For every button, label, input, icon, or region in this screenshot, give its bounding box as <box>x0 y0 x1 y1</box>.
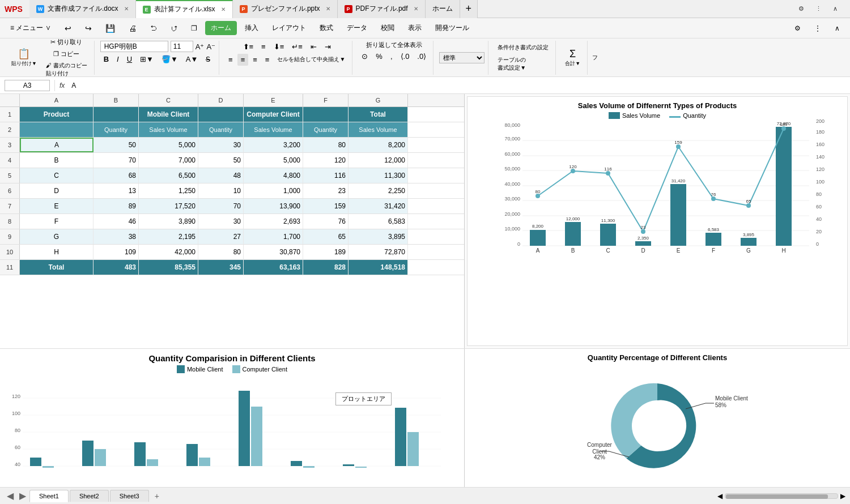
cell-f7[interactable]: 159 <box>303 199 348 213</box>
cell-e3[interactable]: 3,200 <box>244 138 303 152</box>
font-size-input[interactable] <box>171 41 193 52</box>
col-header-e[interactable]: E <box>244 94 303 106</box>
cell-b11[interactable]: 483 <box>94 260 139 275</box>
cell-a11[interactable]: Total <box>20 260 94 275</box>
col-header-f[interactable]: F <box>303 94 348 106</box>
collapse-btn[interactable]: ∧ <box>829 22 845 35</box>
align-justify-btn[interactable]: ≡ <box>262 54 273 66</box>
sheet-tab-1[interactable]: Sheet1 <box>29 490 69 502</box>
scroll-right-btn[interactable]: ▶ <box>17 490 28 501</box>
font-name-input[interactable] <box>100 41 168 52</box>
cell-a2[interactable] <box>20 122 94 137</box>
align-top-btn[interactable]: ⬆≡ <box>240 41 257 53</box>
menu-insert[interactable]: 挿入 <box>239 21 264 35</box>
percent-btn[interactable]: % <box>372 50 386 62</box>
cell-d7[interactable]: 70 <box>198 199 244 213</box>
wrap-text-btn[interactable]: ↵≡ <box>288 41 306 53</box>
number-format-btn[interactable]: ⊙ <box>358 50 371 62</box>
sheet-tab-3[interactable]: Sheet3 <box>110 490 149 502</box>
tab-ppt-close[interactable]: ✕ <box>326 6 330 12</box>
increase-decimal-btn[interactable]: ⟨.0 <box>397 50 413 62</box>
cell-c3[interactable]: 5,000 <box>139 138 198 152</box>
underline-btn[interactable]: U <box>124 53 135 65</box>
cell-g1[interactable]: Total <box>348 107 408 122</box>
settings-icon[interactable]: ⚙ <box>795 4 808 14</box>
comma-btn[interactable]: , <box>387 50 396 62</box>
cell-c8[interactable]: 3,890 <box>139 214 198 229</box>
menu-formula[interactable]: 数式 <box>314 21 339 35</box>
cell-f4[interactable]: 120 <box>303 153 348 168</box>
cell-c6[interactable]: 1,250 <box>139 183 198 198</box>
sheet-add-btn[interactable]: + <box>150 490 164 502</box>
tab-xls[interactable]: E 表計算ファイル.xlsx ✕ <box>136 0 233 18</box>
cell-reference[interactable] <box>5 80 50 91</box>
tab-ppt[interactable]: P プレゼンファイル.pptx ✕ <box>233 0 338 18</box>
cell-f6[interactable]: 23 <box>303 183 348 198</box>
strikethrough-btn[interactable]: S̶ <box>202 53 214 65</box>
cell-e6[interactable]: 1,000 <box>244 183 303 198</box>
col-header-b[interactable]: B <box>94 94 139 106</box>
font-shrink-btn[interactable]: A⁻ <box>206 42 215 51</box>
sum-btn[interactable]: Σ 合計▼ <box>562 47 584 69</box>
cell-g7[interactable]: 31,420 <box>348 199 408 213</box>
cell-d11[interactable]: 345 <box>198 260 244 275</box>
cell-d4[interactable]: 50 <box>198 153 244 168</box>
cell-g2[interactable]: Sales Volume <box>348 122 408 137</box>
toolbar-save[interactable]: 💾 <box>100 22 121 35</box>
cell-e10[interactable]: 30,870 <box>244 245 303 259</box>
cell-d2[interactable]: Quantity <box>198 122 244 137</box>
cell-b4[interactable]: 70 <box>94 153 139 168</box>
cell-f8[interactable]: 76 <box>303 214 348 229</box>
cell-e8[interactable]: 2,693 <box>244 214 303 229</box>
cell-f3[interactable]: 80 <box>303 138 348 152</box>
cell-b6[interactable]: 13 <box>94 183 139 198</box>
more-icon[interactable]: ⋮ <box>812 4 825 14</box>
scrollbar-thumb[interactable] <box>726 494 828 499</box>
cell-b2[interactable]: Quantity <box>94 122 139 137</box>
col-header-g[interactable]: G <box>348 94 408 106</box>
cell-e2[interactable]: Sales Volume <box>244 122 303 137</box>
cell-a9[interactable]: G <box>20 229 94 244</box>
copy-btn[interactable]: ❐ コピー <box>42 49 91 59</box>
cell-d1[interactable] <box>198 107 244 122</box>
fill-color-btn[interactable]: 🪣▼ <box>158 53 181 65</box>
cell-b1[interactable] <box>94 107 139 122</box>
undo2[interactable]: ⮌ <box>144 22 163 35</box>
cell-c9[interactable]: 2,195 <box>139 229 198 244</box>
cell-d9[interactable]: 27 <box>198 229 244 244</box>
paste-btn[interactable]: 📋 貼り付け▼ <box>8 48 40 69</box>
cell-e5[interactable]: 4,800 <box>244 168 303 183</box>
col-header-d[interactable]: D <box>198 94 244 106</box>
conditional-format-btn[interactable]: 条件付き書式の設定 <box>494 42 552 53</box>
copy-format[interactable]: ❐ <box>185 22 203 35</box>
decrease-decimal-btn[interactable]: .0⟩ <box>414 50 430 62</box>
tab-add[interactable]: + <box>460 0 478 18</box>
font-color-btn[interactable]: A▼ <box>182 53 202 65</box>
cell-a7[interactable]: E <box>20 199 94 213</box>
more-tools[interactable]: フ <box>590 54 600 62</box>
cell-b10[interactable]: 109 <box>94 245 139 259</box>
cell-g4[interactable]: 12,000 <box>348 153 408 168</box>
cell-d6[interactable]: 10 <box>198 183 244 198</box>
menu-dev[interactable]: 開発ツール <box>430 21 475 35</box>
cell-d10[interactable]: 80 <box>198 245 244 259</box>
cell-c2[interactable]: Sales Volume <box>139 122 198 137</box>
cell-d3[interactable]: 30 <box>198 138 244 152</box>
menu-review[interactable]: 校閲 <box>375 21 400 35</box>
cell-d8[interactable]: 30 <box>198 214 244 229</box>
scroll-right-icon[interactable]: ▶ <box>840 492 845 500</box>
number-format-select[interactable]: 標準 <box>439 52 484 63</box>
align-left-btn[interactable]: ≡ <box>225 54 236 66</box>
cell-a4[interactable]: B <box>20 153 94 168</box>
cell-c11[interactable]: 85,355 <box>139 260 198 275</box>
cell-e1[interactable]: Computer Client <box>244 107 303 122</box>
formula-input[interactable] <box>69 80 845 91</box>
italic-btn[interactable]: I <box>113 53 122 65</box>
toolbar-undo[interactable]: ↩ <box>59 22 77 35</box>
font-grow-btn[interactable]: A⁺ <box>196 42 205 51</box>
cell-a3[interactable]: A <box>20 138 94 152</box>
menu-layout[interactable]: レイアウト <box>266 21 312 35</box>
tab-pdf-close[interactable]: ✕ <box>414 6 418 12</box>
cell-f10[interactable]: 189 <box>303 245 348 259</box>
cell-d5[interactable]: 48 <box>198 168 244 183</box>
